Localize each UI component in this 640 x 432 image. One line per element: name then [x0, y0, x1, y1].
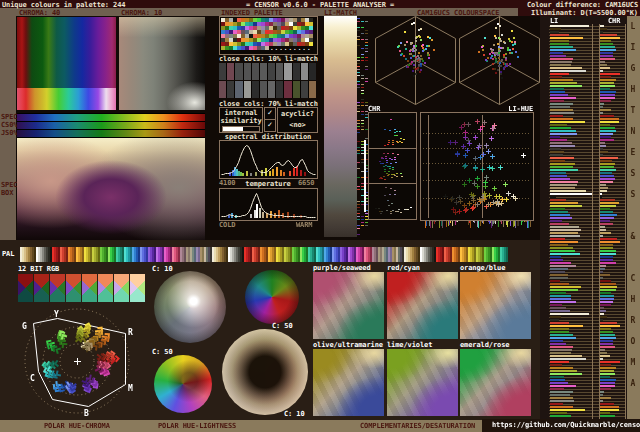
cs0-label: CS0% [1, 121, 17, 129]
bit-rgb-tile [50, 274, 65, 302]
internal-similarity-line1: internal [220, 109, 262, 117]
wheel-bl-label: C: 50 [152, 348, 173, 356]
complementary-tile [387, 349, 458, 416]
cam16ucs-colourspace-cubes [366, 12, 542, 108]
complementary-tile-label: purple/seaweed [313, 264, 371, 272]
spec-box-label-2: BOX [1, 189, 13, 197]
complementary-tile [387, 272, 458, 339]
lightness-chroma-bars [548, 16, 627, 432]
similarity-progress-track [222, 126, 260, 132]
polar-hue-chroma-caption: POLAR HUE-CHROMA [44, 422, 110, 430]
spec-strip [17, 113, 205, 121]
bit-rgb-tile [66, 274, 81, 302]
polar-hue-chroma-plot [14, 303, 142, 421]
pal-label: PAL [2, 250, 14, 258]
wheel-tl-label: C: 10 [152, 265, 173, 273]
li-hue-panel [420, 112, 534, 221]
spec-box [17, 138, 205, 240]
complementary-tile-label: orange/blue [460, 264, 505, 272]
internal-similarity-line2: similarity [220, 117, 262, 125]
close-cols-70-row [219, 81, 316, 98]
complementary-tile-label: lime/violet [387, 341, 432, 349]
acyclic-label: acyclic? [278, 110, 317, 118]
temperature-warm-label: WARM [296, 221, 312, 229]
palette-strip [20, 247, 508, 262]
similarity-checkbox-2[interactable]: ✓ [264, 119, 276, 132]
complementary-tile-label: olive/ultramarine [313, 341, 383, 349]
bit-rgb-tile [114, 274, 129, 302]
repo-url-link[interactable]: https://github.com/Quickmarble/censor [492, 421, 640, 429]
js0-strip [17, 129, 205, 138]
temperature-chart [220, 189, 317, 220]
complementary-tile-label: red/cyan [387, 264, 420, 272]
close-cols-10-row [219, 63, 316, 80]
bit-rgb-tile [82, 274, 97, 302]
spectral-distribution-panel [219, 140, 318, 179]
spectral-distribution-chart [220, 141, 317, 178]
wheel-tr-label: C: 50 [272, 322, 293, 330]
temperature-panel [219, 188, 318, 221]
temperature-title: temperature [240, 180, 296, 188]
complementary-tile [460, 349, 531, 416]
complementary-tile [313, 272, 384, 339]
spectral-xmin: 4100 [219, 179, 235, 187]
bit-rgb-tile [98, 274, 113, 302]
internal-similarity-box: internal similarity [219, 107, 263, 133]
spectral-xmax: 6650 [298, 179, 314, 187]
censor-palette-analyser-app: Unique colours in palette: 244 = CENSOR … [0, 0, 640, 432]
bit-rgb-label: 12 BIT RGB [18, 265, 59, 273]
similarity-progress-fill [223, 127, 243, 131]
li-hue-scatter [421, 113, 533, 220]
lightness-chroma-vertical-label: LIGHTNESS&CHROMA [627, 16, 640, 419]
complementary-tile [313, 349, 384, 416]
cs0-strip [17, 121, 205, 129]
spec-label: SPEC [1, 113, 17, 121]
chroma10-panel [119, 17, 205, 110]
acyclic-value: <no> [278, 121, 317, 129]
complementary-tile [460, 272, 531, 339]
complementaries-caption: COMPLEMENTARIES/DESATURATION [360, 422, 475, 430]
polar-hue-lightness-wheel-c50-top [245, 270, 299, 324]
bit-rgb-tile [130, 274, 145, 302]
bit-rgb-tile [34, 274, 49, 302]
spec-box-label-1: SPEC [1, 181, 17, 189]
chroma40-bright-band [17, 88, 116, 110]
chroma10-label: CHROMA: 10 [121, 9, 162, 17]
polar-hue-lightness-wheel-c50-bottom [154, 355, 212, 413]
wheel-br-label: C: 10 [284, 410, 305, 418]
acyclic-box: acyclic? <no> [277, 107, 318, 133]
bit-rgb-tiles [18, 274, 148, 302]
chr-panel [368, 112, 417, 220]
temperature-cold-label: COLD [219, 221, 235, 229]
sidebar-li-header: LI [550, 17, 558, 25]
colour-difference: Colour difference: CAM16UCS [527, 1, 638, 9]
chroma40-label: CHROMA: 40 [19, 9, 60, 17]
close-cols-10-label: close cols: 10% li-match [219, 55, 318, 63]
polar-hue-lightness-wheel-c10-top [154, 271, 226, 343]
bit-rgb-tile [18, 274, 33, 302]
js0-label: JS0% [1, 129, 17, 137]
polar-hue-lightness-caption: POLAR HUE-LIGHTNESS [158, 422, 236, 430]
li-match-strip [324, 16, 357, 237]
chr-scatter [369, 113, 416, 219]
polar-hue-lightness-wheel-c10-bottom [222, 329, 308, 415]
sidebar-chr-header: CHR [608, 17, 620, 25]
palette-grid-more-dots: ......... [270, 44, 312, 52]
li-hue-histogram [423, 221, 533, 232]
complementary-tile-label: emerald/rose [460, 341, 509, 349]
